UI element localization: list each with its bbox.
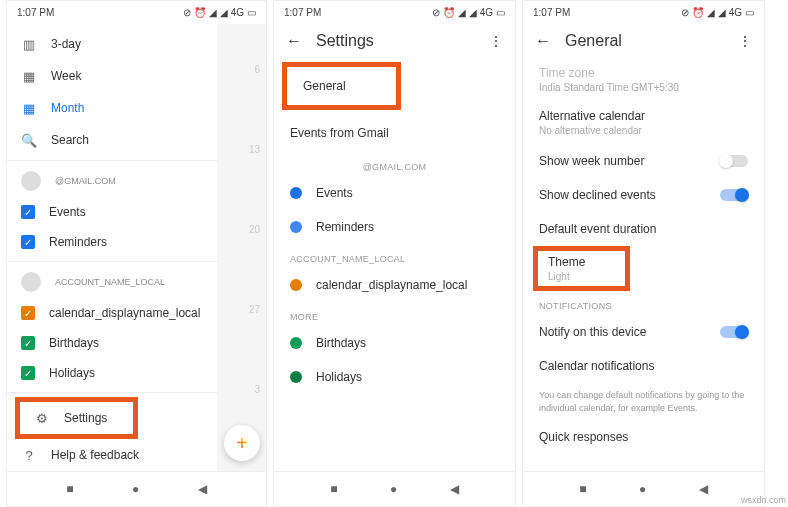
calendar-label: Birthdays [49,336,99,350]
toggle-events[interactable]: ✓ Events [7,197,217,227]
view-3day[interactable]: ▥ 3-day [7,28,217,60]
account-local-row[interactable]: ACCOUNT_NAME_LOCAL [7,266,217,298]
setting-timezone: Time zone India Standard Time GMT+5:30 [523,58,764,101]
highlight-settings: ⚙ Settings [15,397,138,439]
page-title: General [565,32,724,50]
fab-create[interactable]: + [224,425,260,461]
grid-icon: ▦ [21,100,37,116]
cal-reminders[interactable]: Reminders [274,210,515,244]
dnd-icon: ⊘ [183,7,191,18]
color-dot [290,187,302,199]
toggle-local-cal[interactable]: ✓ calendar_displayname_local [7,298,217,328]
app-bar: ← General ⋮ [523,24,764,58]
avatar [21,171,41,191]
android-navbar: ■ ● ◀ [274,471,515,506]
toggle-on[interactable] [720,326,748,338]
section-more: MORE [274,302,515,326]
search[interactable]: 🔍 Search [7,124,217,156]
help-icon: ? [21,447,37,463]
setting-show-declined[interactable]: Show declined events [523,178,764,212]
alarm-icon: ⏰ [443,7,455,18]
gear-icon: ⚙ [34,410,50,426]
toggle-off[interactable] [720,155,748,167]
settings-button[interactable]: ⚙ Settings [20,402,133,434]
network-label: 4G [231,7,244,18]
columns-icon: ▦ [21,68,37,84]
toggle-on[interactable] [720,189,748,201]
setting-cal-notifications[interactable]: Calendar notifications [523,349,764,383]
toggle-birthdays[interactable]: ✓ Birthdays [7,328,217,358]
checkbox-icon: ✓ [21,366,35,380]
view-month[interactable]: ▦ Month [7,92,217,124]
setting-theme[interactable]: Theme Light [548,255,615,282]
view-label: 3-day [51,37,81,51]
page-title: Settings [316,32,475,50]
cal-birthdays[interactable]: Birthdays [274,326,515,360]
battery-icon: ▭ [247,7,256,18]
view-label: Month [51,101,84,115]
settings-general[interactable]: General [287,67,396,105]
calendar-label: Holidays [49,366,95,380]
back-icon[interactable]: ← [535,32,551,50]
signal-icon: ◢ [458,7,466,18]
app-bar: ← Settings ⋮ [274,24,515,58]
setting-show-week[interactable]: Show week number [523,144,764,178]
back-button[interactable]: ◀ [450,482,459,496]
toggle-holidays[interactable]: ✓ Holidays [7,358,217,388]
back-button[interactable]: ◀ [198,482,207,496]
dnd-icon: ⊘ [681,7,689,18]
notification-hint: You can change default notifications by … [523,383,764,420]
color-dot [290,337,302,349]
dnd-icon: ⊘ [432,7,440,18]
cal-holidays[interactable]: Holidays [274,360,515,394]
view-week[interactable]: ▦ Week [7,60,217,92]
section-local: ACCOUNT_NAME_LOCAL [274,244,515,268]
settings-label: Settings [64,411,107,425]
color-dot [290,371,302,383]
alarm-icon: ⏰ [692,7,704,18]
color-dot [290,279,302,291]
divider [7,392,217,393]
help-button[interactable]: ? Help & feedback [7,439,217,471]
home-button[interactable]: ● [132,482,139,496]
section-notifications: NOTIFICATIONS [523,291,764,315]
signal-icon: ◢ [469,7,477,18]
alarm-icon: ⏰ [194,7,206,18]
back-button[interactable]: ◀ [699,482,708,496]
screen-calendar-drawer: 1:07 PM ⊘ ⏰ ◢ ◢ 4G ▭ ▥ 3-day ▦ [6,0,267,507]
search-icon: 🔍 [21,132,37,148]
overflow-icon[interactable]: ⋮ [738,33,752,49]
recents-button[interactable]: ■ [579,482,586,496]
section-account: @GMAIL.COM [274,152,515,176]
setting-alt-calendar[interactable]: Alternative calendar No alternative cale… [523,101,764,144]
setting-notify-device[interactable]: Notify on this device [523,315,764,349]
home-button[interactable]: ● [390,482,397,496]
recents-button[interactable]: ■ [66,482,73,496]
status-bar: 1:07 PM ⊘ ⏰ ◢ ◢ 4G ▭ [274,1,515,24]
setting-default-duration[interactable]: Default event duration [523,212,764,246]
battery-icon: ▭ [745,7,754,18]
back-icon[interactable]: ← [286,32,302,50]
home-button[interactable]: ● [639,482,646,496]
setting-quick-responses[interactable]: Quick responses [523,420,764,454]
color-dot [290,221,302,233]
signal-icon: ◢ [707,7,715,18]
highlight-general: General [282,62,401,110]
cal-local[interactable]: calendar_displayname_local [274,268,515,302]
calendar-label: Reminders [49,235,107,249]
screen-settings: 1:07 PM ⊘ ⏰ ◢ ◢ 4G ▭ ← Settings ⋮ Genera… [273,0,516,507]
android-navbar: ■ ● ◀ [7,471,266,506]
view-label: Search [51,133,89,147]
checkbox-icon: ✓ [21,205,35,219]
status-bar: 1:07 PM ⊘ ⏰ ◢ ◢ 4G ▭ [7,1,266,24]
account-row[interactable]: @GMAIL.COM [7,165,217,197]
toggle-reminders[interactable]: ✓ Reminders [7,227,217,257]
checkbox-icon: ✓ [21,306,35,320]
overflow-icon[interactable]: ⋮ [489,33,503,49]
signal-icon: ◢ [209,7,217,18]
recents-button[interactable]: ■ [330,482,337,496]
help-label: Help & feedback [51,448,139,462]
settings-events-gmail[interactable]: Events from Gmail [274,114,515,152]
cal-events[interactable]: Events [274,176,515,210]
android-navbar: ■ ● ◀ [523,471,764,506]
